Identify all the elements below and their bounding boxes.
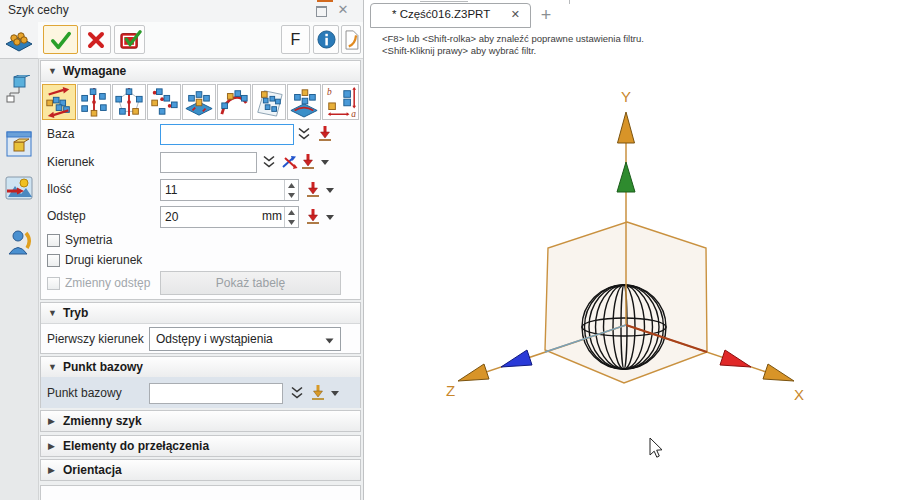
circular-pattern-icon	[79, 86, 109, 118]
baza-pick-icon[interactable]	[317, 125, 333, 141]
dock-icon[interactable]	[316, 6, 327, 17]
chevron-down-icon: ▼	[48, 357, 57, 377]
ilosc-spinner	[284, 180, 298, 200]
pattern-type-fill-button[interactable]	[252, 84, 286, 120]
check-icon	[49, 30, 73, 50]
odstep-input-box: mm	[160, 206, 299, 228]
section-punkt-bazowy: ▼ Punkt bazowy Punkt bazowy	[40, 356, 361, 408]
pierwszy-kierunek-select[interactable]: Odstępy i wystąpienia	[149, 327, 341, 351]
pattern-type-linear-button[interactable]	[42, 84, 76, 120]
tab-close-icon[interactable]: ✕	[511, 8, 520, 21]
x-datum-arrow	[763, 364, 794, 381]
polygon-pattern-icon	[114, 86, 144, 118]
apply-button[interactable]	[114, 25, 145, 54]
spin-down-icon[interactable]	[285, 217, 298, 227]
section-wymagane: ▼ Wymagane	[40, 60, 361, 300]
sidebar-pattern-feature-icon[interactable]	[0, 22, 38, 59]
kierunek-input-box	[160, 152, 257, 173]
kierunek-dropdown-icon[interactable]	[320, 158, 330, 167]
section-punkt-bazowy-header[interactable]: ▼ Punkt bazowy	[41, 357, 360, 378]
zw3d-window: Szyk cechy ✕	[0, 0, 900, 500]
filter-hint-line1: <F8> lub <Shift-rolka> aby znaleźć popra…	[382, 33, 644, 44]
baza-input[interactable]	[161, 125, 293, 144]
image-landscape-icon	[5, 175, 33, 201]
on-face-pattern-icon	[184, 86, 214, 118]
fill-pattern-icon	[254, 86, 284, 118]
reverse-direction-icon[interactable]	[280, 155, 298, 170]
spin-up-icon[interactable]	[285, 180, 298, 190]
sidebar-manager-icon[interactable]	[0, 74, 38, 104]
box-window-icon	[5, 130, 33, 158]
spin-up-icon[interactable]	[285, 207, 298, 217]
symetria-checkbox[interactable]	[47, 234, 60, 247]
x-direction-arrow	[720, 350, 751, 367]
pattern-type-on-curve-button[interactable]	[217, 84, 251, 120]
section-tryb: ▼ Tryb Pierwszy kierunek Odstępy i wystą…	[40, 302, 361, 354]
linear-pattern-icon	[44, 86, 74, 118]
punkt-bazowy-input-box	[149, 383, 283, 404]
sidebar-user-icon[interactable]	[0, 226, 38, 258]
pierwszy-kierunek-value: Odstępy i wystąpienia	[156, 332, 273, 346]
spin-down-icon[interactable]	[285, 190, 298, 200]
section-orientacja-header[interactable]: ▶ Orientacja	[41, 460, 360, 480]
panel-titlebar: Szyk cechy ✕	[0, 0, 363, 23]
kierunek-label: Kierunek	[47, 152, 94, 172]
odstep-spinner	[284, 207, 298, 227]
pattern-type-at-points-button[interactable]	[147, 84, 181, 120]
cancel-button[interactable]	[80, 25, 111, 54]
punkt-bazowy-input[interactable]	[150, 384, 282, 403]
section-orientacja: ▶ Orientacja	[40, 459, 361, 481]
chevron-down-icon: ▼	[48, 61, 57, 81]
punkt-bazowy-expand-chevron-icon[interactable]	[290, 386, 304, 400]
zmienny-odstep-checkbox[interactable]	[47, 277, 60, 290]
new-tab-button[interactable]: +	[537, 5, 555, 25]
odstep-pick-icon[interactable]	[305, 208, 321, 224]
ilosc-pick-icon[interactable]	[305, 181, 321, 197]
section-wymagane-header[interactable]: ▼ Wymagane	[41, 61, 360, 82]
drugi-kierunek-checkbox[interactable]	[47, 254, 60, 267]
sidebar-render-icon[interactable]	[0, 172, 38, 204]
panel-sidebar	[0, 22, 39, 500]
info-icon	[317, 30, 336, 49]
at-points-pattern-icon	[149, 86, 179, 118]
feature-pattern-panel: Szyk cechy ✕	[0, 0, 364, 500]
kierunek-pick-icon[interactable]	[300, 153, 316, 169]
ilosc-dropdown-icon[interactable]	[325, 186, 335, 195]
chevron-right-icon: ▶	[48, 436, 55, 456]
viewport-3d-canvas[interactable]: Y X Z	[365, 55, 900, 500]
kierunek-input[interactable]	[161, 153, 256, 172]
ok-button[interactable]	[43, 25, 78, 54]
ilosc-label: Ilość	[47, 179, 72, 199]
section-tryb-header[interactable]: ▼ Tryb	[41, 303, 360, 324]
section-elementy-header[interactable]: ▶ Elementy do przełączenia	[41, 436, 360, 456]
kierunek-expand-chevron-icon[interactable]	[262, 155, 276, 169]
person-icon	[6, 228, 32, 256]
punkt-bazowy-dropdown-icon[interactable]	[330, 389, 340, 398]
info-button[interactable]	[313, 25, 339, 54]
pattern-type-polygon-button[interactable]	[112, 84, 146, 120]
section-partial	[40, 485, 361, 500]
filter-f-button[interactable]: F	[281, 25, 310, 54]
pattern-type-at-curves-button[interactable]	[287, 84, 321, 120]
ilosc-input[interactable]	[161, 180, 298, 200]
show-table-button[interactable]: Pokaż tabelę	[160, 271, 341, 295]
close-icon[interactable]: ✕	[334, 3, 352, 17]
odstep-label: Odstęp	[47, 206, 86, 226]
help-doc-button[interactable]	[341, 25, 361, 54]
section-zmienny-szyk: ▶ Zmienny szyk	[40, 410, 361, 432]
ribbon-accent	[317, 0, 333, 2]
pattern-type-variable-button[interactable]: b a	[322, 84, 359, 120]
pattern-type-on-face-button[interactable]	[182, 84, 216, 120]
section-zmienny-szyk-header[interactable]: ▶ Zmienny szyk	[41, 411, 360, 431]
odstep-dropdown-icon[interactable]	[325, 213, 335, 222]
baza-label: Baza	[47, 124, 74, 144]
punkt-bazowy-pick-icon[interactable]	[310, 384, 326, 400]
pierwszy-kierunek-label: Pierwszy kierunek	[47, 329, 144, 349]
chevron-down-icon	[325, 337, 334, 344]
document-tab[interactable]: * Część016.Z3PRT ✕	[370, 3, 531, 28]
zmienny-odstep-label: Zmienny odstęp	[65, 273, 150, 293]
at-curves-pattern-icon	[289, 86, 319, 118]
sidebar-part-window-icon[interactable]	[0, 128, 38, 160]
pattern-type-circular-button[interactable]	[77, 84, 111, 120]
baza-expand-chevron-icon[interactable]	[297, 127, 311, 141]
